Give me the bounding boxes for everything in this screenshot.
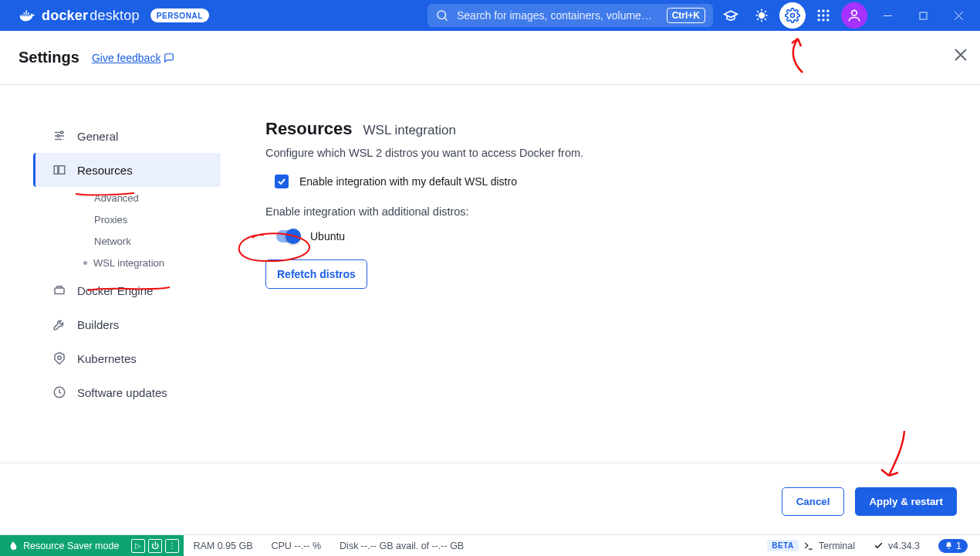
plan-badge: PERSONAL	[150, 8, 209, 22]
settings-title: Settings	[19, 49, 79, 66]
refetch-button[interactable]: Refetch distros	[265, 259, 367, 289]
sidebar-item-resources[interactable]: Resources	[33, 153, 221, 187]
svg-point-15	[57, 135, 59, 137]
sidebar-item-kubernetes[interactable]: Kubernetes	[35, 341, 221, 375]
bell-icon	[945, 541, 953, 550]
terminal-toggle[interactable]: BETA Terminal	[758, 540, 864, 551]
footer-buttons: Cancel Apply & restart	[782, 487, 957, 516]
avatar[interactable]	[841, 2, 867, 29]
search-shortcut: Ctrl+K	[667, 8, 705, 23]
svg-point-10	[822, 19, 824, 21]
svg-point-3	[818, 10, 820, 12]
svg-point-9	[818, 19, 820, 21]
apply-restart-button[interactable]: Apply & restart	[855, 487, 957, 516]
checkbox-icon	[275, 175, 289, 188]
toggle-switch[interactable]	[276, 230, 299, 242]
page-heading: Resources	[265, 119, 353, 139]
settings-sidebar: General Resources Advanced Proxies Netwo…	[0, 85, 221, 534]
svg-point-0	[438, 11, 446, 19]
svg-point-12	[852, 10, 857, 15]
resource-saver-badge[interactable]: Resource Saver mode	[0, 535, 127, 556]
wrench-icon	[52, 317, 66, 331]
svg-point-5	[826, 10, 829, 12]
sliders-icon	[52, 129, 66, 143]
learning-icon[interactable]	[718, 2, 744, 29]
svg-point-1	[759, 12, 765, 19]
kubernetes-icon	[52, 351, 66, 365]
sidebar-item-updates[interactable]: Software updates	[35, 375, 221, 409]
window-maximize[interactable]	[907, 0, 938, 31]
apps-icon[interactable]	[810, 2, 836, 29]
notifications-button[interactable]: 1	[938, 539, 968, 553]
default-distro-checkbox[interactable]: Enable integration with my default WSL d…	[265, 175, 949, 188]
sidebar-sub-proxies[interactable]: Proxies	[35, 208, 221, 230]
distro-toggle-ubuntu[interactable]: Ubuntu	[265, 230, 949, 242]
settings-content: Resources WSL integration Configure whic…	[221, 85, 980, 534]
page-description: Configure which WSL 2 distros you want t…	[265, 147, 949, 159]
engine-icon	[52, 283, 66, 297]
terminal-icon	[803, 541, 814, 551]
sidebar-item-builders[interactable]: Builders	[35, 307, 221, 341]
search-icon	[435, 8, 449, 22]
svg-point-7	[822, 14, 824, 16]
additional-distros-label: Enable integration with additional distr…	[265, 205, 949, 218]
window-minimize[interactable]	[872, 0, 903, 31]
svg-rect-13	[920, 12, 927, 19]
svg-point-4	[822, 10, 824, 12]
brand-light: desktop	[90, 8, 139, 24]
footer-divider	[0, 463, 980, 463]
svg-rect-19	[55, 288, 64, 294]
svg-point-14	[61, 131, 63, 134]
leaf-icon	[8, 541, 19, 551]
whale-icon	[19, 7, 35, 24]
search-placeholder: Search for images, containers, volume…	[457, 9, 659, 22]
close-settings[interactable]	[954, 48, 968, 64]
engine-menu[interactable]: ⋮	[165, 539, 179, 553]
sidebar-item-engine[interactable]: Docker Engine	[35, 273, 221, 307]
search-input[interactable]: Search for images, containers, volume… C…	[427, 4, 713, 27]
docker-logo: dockerdesktop PERSONAL	[6, 7, 209, 24]
sidebar-item-general[interactable]: General	[35, 119, 221, 153]
sidebar-sub-network[interactable]: Network	[35, 230, 221, 252]
topbar: dockerdesktop PERSONAL Search for images…	[0, 0, 980, 31]
check-icon	[874, 541, 884, 551]
settings-icon[interactable]	[779, 2, 806, 29]
page-subheading: WSL integration	[363, 123, 456, 138]
feedback-icon	[164, 53, 174, 63]
engine-start[interactable]: ▷	[131, 539, 145, 553]
brand-bold: docker	[42, 8, 88, 24]
give-feedback-link[interactable]: Give feedback	[92, 52, 175, 64]
disk-stat: Disk --.-- GB avail. of --.-- GB	[330, 541, 473, 551]
window-close[interactable]	[943, 0, 974, 31]
engine-controls: ▷ ⏻ ⋮	[127, 535, 184, 556]
sidebar-sub-wsl[interactable]: WSL integration	[35, 252, 221, 273]
svg-point-2	[791, 14, 795, 18]
sidebar-sub-advanced[interactable]: Advanced	[35, 187, 221, 208]
svg-point-6	[818, 14, 820, 16]
cpu-stat: CPU --.-- %	[262, 541, 331, 551]
svg-point-20	[58, 356, 62, 360]
svg-point-11	[826, 19, 829, 21]
status-bar: Resource Saver mode ▷ ⏻ ⋮ RAM 0.95 GB CP…	[0, 534, 980, 556]
bug-icon[interactable]	[749, 2, 775, 29]
ram-stat: RAM 0.95 GB	[184, 541, 262, 551]
svg-rect-18	[59, 166, 65, 175]
settings-header: Settings Give feedback	[0, 31, 980, 85]
version-label[interactable]: v4.34.3	[864, 541, 929, 551]
update-icon	[52, 385, 66, 399]
svg-rect-17	[54, 166, 58, 175]
resources-icon	[52, 163, 66, 177]
svg-point-8	[826, 14, 829, 16]
cancel-button[interactable]: Cancel	[782, 487, 845, 516]
engine-stop[interactable]: ⏻	[148, 539, 162, 553]
